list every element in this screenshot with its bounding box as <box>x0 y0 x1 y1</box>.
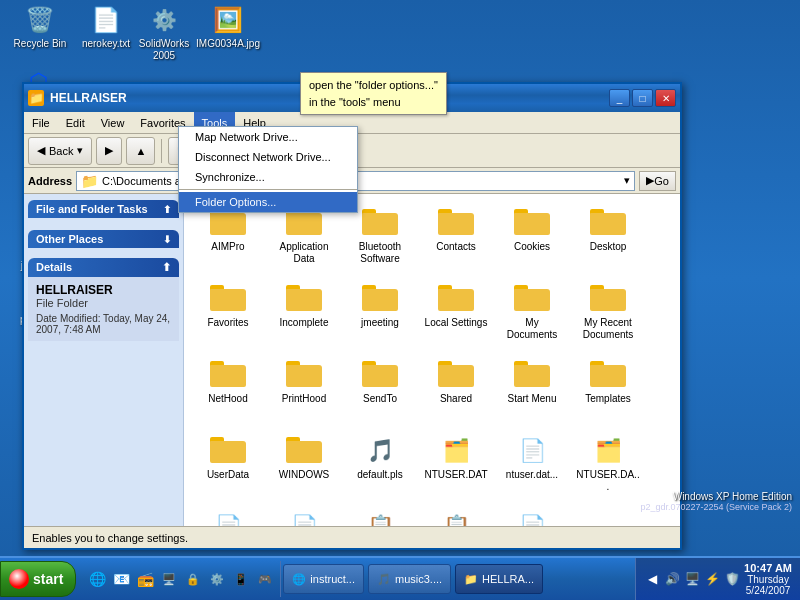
ql-browser-icon[interactable]: 🌐 <box>86 568 108 590</box>
ql-email-icon[interactable]: 📧 <box>110 568 132 590</box>
details-folder-type: File Folder <box>36 297 171 309</box>
folder-shared[interactable]: Shared <box>420 354 492 426</box>
file-area: AIMPro Application Data Bluetooth Softwa… <box>184 194 680 526</box>
ql-extra3[interactable]: ⚙️ <box>206 568 228 590</box>
tray-expand-icon[interactable]: ◀ <box>644 571 660 587</box>
folder-my-recent-documents[interactable]: My Recent Documents <box>572 278 644 350</box>
ql-extra2[interactable]: 🔒 <box>182 568 204 590</box>
folder-cookies[interactable]: Cookies <box>496 202 568 274</box>
ql-media-icon[interactable]: 📻 <box>134 568 156 590</box>
menu-synchronize[interactable]: Synchronize... <box>179 167 357 187</box>
file-ntuser-da3[interactable]: 🗂️ NTUSER.DA... <box>572 430 644 502</box>
folder-userdata[interactable]: UserData <box>192 430 264 502</box>
forward-button[interactable]: ▶ <box>96 137 122 165</box>
taskbar-instruct-button[interactable]: 🌐 instruct... <box>283 564 364 594</box>
left-panel: File and Folder Tasks ⬆ Other Places ⬇ D… <box>24 194 184 526</box>
folder-nethood[interactable]: NetHood <box>192 354 264 426</box>
tasks-collapse-btn[interactable]: ⬆ <box>163 204 171 215</box>
taskbar-explorer-button[interactable]: 📁 HELLRA... <box>455 564 543 594</box>
taskbar: start 🌐 📧 📻 🖥️ 🔒 ⚙️ 📱 🎮 🌐 instruct... 🎵 … <box>0 556 800 600</box>
taskbar-explorer-icon: 📁 <box>464 573 478 586</box>
other-places-header: Other Places ⬇ <box>28 230 179 248</box>
file-default-pls[interactable]: 🎵 default.pls <box>344 430 416 502</box>
desktop-icon-recycle-bin[interactable]: 🗑️ Recycle Bin <box>8 4 72 50</box>
file-ntuser-ini[interactable]: 📄 ntuser.ini <box>268 506 340 526</box>
menu-map-network-drive[interactable]: Map Network Drive... <box>179 127 357 147</box>
taskbar-music-button[interactable]: 🎵 music3.... <box>368 564 451 594</box>
address-dropdown-icon[interactable]: ▾ <box>624 174 630 187</box>
file-pnpdtest2[interactable]: 📋 pnpdtest-lo... <box>420 506 492 526</box>
explorer-title-icon: 📁 <box>28 90 44 106</box>
tooltip-line1: open the "folder options..." <box>309 77 438 94</box>
toolbar-separator <box>161 139 162 163</box>
ql-extra5[interactable]: 🎮 <box>254 568 276 590</box>
file-pnpdtest1[interactable]: 📋 pnpdtest-lo... <box>344 506 416 526</box>
other-places-expand-btn[interactable]: ⬇ <box>163 234 171 245</box>
menu-edit[interactable]: Edit <box>58 112 93 133</box>
folder-sendto[interactable]: SendTo <box>344 354 416 426</box>
back-dropdown-icon: ▾ <box>77 144 83 157</box>
back-arrow-icon: ◀ <box>37 144 45 157</box>
address-icon: 📁 <box>81 173 98 189</box>
tray-volume-icon[interactable]: 🔊 <box>664 571 680 587</box>
tooltip: open the "folder options..." in the "too… <box>300 72 447 115</box>
folder-contacts[interactable]: Contacts <box>420 202 492 274</box>
folder-local-settings[interactable]: Local Settings <box>420 278 492 350</box>
file-ntuser-da4[interactable]: 📄 NTUSER.DA... <box>192 506 264 526</box>
tooltip-line2: in the "tools" menu <box>309 94 438 111</box>
up-button[interactable]: ▲ <box>126 137 155 165</box>
folder-windows[interactable]: WINDOWS <box>268 430 340 502</box>
folder-desktop[interactable]: Desktop <box>572 202 644 274</box>
desktop-icon-solidworks[interactable]: ⚙️ SolidWorks 2005 <box>132 4 196 62</box>
desktop-icon-img[interactable]: 🖼️ IMG0034A.jpg <box>196 4 260 50</box>
close-button[interactable]: ✕ <box>655 89 676 107</box>
menu-file[interactable]: File <box>24 112 58 133</box>
main-content: File and Folder Tasks ⬆ Other Places ⬇ D… <box>24 194 680 526</box>
file-ntuser-dat2[interactable]: 📄 ntuser.dat... <box>496 430 568 502</box>
system-tray: ◀ 🔊 🖥️ ⚡ 🛡️ 10:47 AM Thursday5/24/2007 <box>635 558 800 600</box>
folder-favorites[interactable]: Favorites <box>192 278 264 350</box>
start-label: start <box>33 571 63 587</box>
details-folder-name: HELLRAISER <box>36 283 171 297</box>
details-section: Details ⬆ HELLRAISER File Folder Date Mo… <box>28 258 179 341</box>
menu-view[interactable]: View <box>93 112 133 133</box>
file-folder-tasks-section: File and Folder Tasks ⬆ <box>28 200 179 218</box>
tray-power-icon[interactable]: ⚡ <box>704 571 720 587</box>
file-stdout[interactable]: 📄 stdout.txt <box>496 506 568 526</box>
status-text: Enables you to change settings. <box>32 532 188 544</box>
file-ntuser-dat[interactable]: 🗂️ NTUSER.DAT <box>420 430 492 502</box>
other-places-section: Other Places ⬇ <box>28 230 179 248</box>
folder-my-documents[interactable]: My Documents <box>496 278 568 350</box>
go-button[interactable]: ▶ Go <box>639 171 676 191</box>
ql-extra4[interactable]: 📱 <box>230 568 252 590</box>
taskbar-instruct-icon: 🌐 <box>292 573 306 586</box>
go-arrow-icon: ▶ <box>646 174 654 187</box>
folder-printhood[interactable]: PrintHood <box>268 354 340 426</box>
tray-network-icon[interactable]: 🖥️ <box>684 571 700 587</box>
desktop-icon-nerokey[interactable]: 📄 nerokey.txt <box>74 4 138 50</box>
maximize-button[interactable]: □ <box>632 89 653 107</box>
ql-extra1[interactable]: 🖥️ <box>158 568 180 590</box>
folder-incomplete[interactable]: Incomplete <box>268 278 340 350</box>
quick-launch: 🌐 📧 📻 🖥️ 🔒 ⚙️ 📱 🎮 <box>82 561 281 597</box>
menu-folder-options[interactable]: Folder Options... <box>179 192 357 212</box>
folder-start-menu[interactable]: Start Menu <box>496 354 568 426</box>
details-header: Details ⬆ <box>28 258 179 277</box>
address-label: Address <box>28 175 72 187</box>
menu-disconnect-network[interactable]: Disconnect Network Drive... <box>179 147 357 167</box>
details-folder-date: Date Modified: Today, May 24, 2007, 7:48… <box>36 313 171 335</box>
clock-time: 10:47 AM <box>744 562 792 574</box>
dropdown-separator <box>179 189 357 190</box>
details-collapse-btn[interactable]: ⬆ <box>162 261 171 274</box>
file-folder-tasks-header: File and Folder Tasks ⬆ <box>28 200 179 218</box>
folder-templates[interactable]: Templates <box>572 354 644 426</box>
os-info: Windows XP Home Edition p2_gdr.070227-22… <box>640 491 792 512</box>
folder-jmeeting[interactable]: jmeeting <box>344 278 416 350</box>
desktop: 🗑️ Recycle Bin 📄 nerokey.txt ⚙️ SolidWor… <box>0 0 800 556</box>
back-button[interactable]: ◀ Back ▾ <box>28 137 92 165</box>
minimize-button[interactable]: _ <box>609 89 630 107</box>
start-button[interactable]: start <box>0 561 76 597</box>
tray-security-icon[interactable]: 🛡️ <box>724 571 740 587</box>
tools-dropdown-menu: Map Network Drive... Disconnect Network … <box>178 126 358 213</box>
system-clock[interactable]: 10:47 AM Thursday5/24/2007 <box>744 562 792 596</box>
